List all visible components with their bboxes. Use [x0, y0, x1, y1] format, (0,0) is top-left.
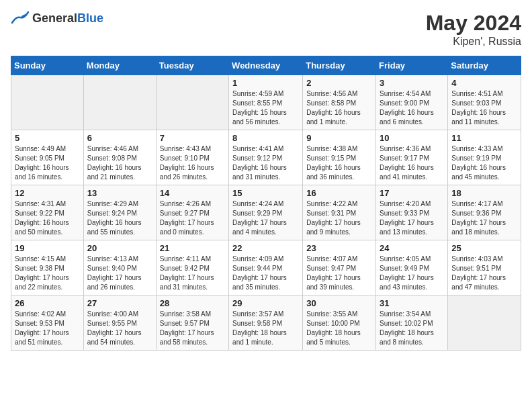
page-header: GeneralBlue May 2024 Kipen', Russia — [11, 11, 521, 48]
day-number: 29 — [232, 298, 299, 308]
calendar-cell: 24Sunrise: 4:05 AM Sunset: 9:49 PM Dayli… — [376, 240, 448, 295]
week-row-5: 26Sunrise: 4:02 AM Sunset: 9:53 PM Dayli… — [11, 295, 521, 351]
day-info: Sunrise: 4:46 AM Sunset: 9:08 PM Dayligh… — [87, 144, 152, 182]
day-info: Sunrise: 4:17 AM Sunset: 9:36 PM Dayligh… — [451, 199, 517, 237]
day-number: 2 — [306, 78, 372, 88]
day-info: Sunrise: 4:00 AM Sunset: 9:55 PM Dayligh… — [87, 310, 152, 347]
day-number: 26 — [15, 298, 80, 308]
logo-general: General — [32, 11, 77, 25]
day-number: 28 — [160, 298, 225, 308]
day-number: 27 — [87, 298, 152, 308]
logo-icon — [11, 11, 30, 26]
calendar-cell: 12Sunrise: 4:31 AM Sunset: 9:22 PM Dayli… — [11, 185, 84, 240]
day-number: 31 — [380, 298, 444, 308]
day-info: Sunrise: 4:29 AM Sunset: 9:24 PM Dayligh… — [87, 199, 152, 237]
day-number: 4 — [451, 78, 517, 88]
logo: GeneralBlue — [11, 11, 103, 26]
header-friday: Friday — [376, 56, 448, 75]
calendar-cell: 1Sunrise: 4:59 AM Sunset: 8:55 PM Daylig… — [229, 75, 303, 130]
day-info: Sunrise: 4:05 AM Sunset: 9:49 PM Dayligh… — [380, 255, 444, 292]
day-number: 24 — [380, 243, 444, 253]
calendar-cell: 22Sunrise: 4:09 AM Sunset: 9:44 PM Dayli… — [229, 240, 303, 295]
day-number: 11 — [451, 133, 517, 143]
calendar-cell: 18Sunrise: 4:17 AM Sunset: 9:36 PM Dayli… — [448, 185, 521, 240]
day-number: 23 — [306, 243, 372, 253]
header-monday: Monday — [83, 56, 156, 75]
day-info: Sunrise: 3:57 AM Sunset: 9:58 PM Dayligh… — [232, 310, 299, 347]
day-number: 10 — [380, 133, 444, 143]
calendar-cell: 19Sunrise: 4:15 AM Sunset: 9:38 PM Dayli… — [11, 240, 84, 295]
day-info: Sunrise: 4:54 AM Sunset: 9:00 PM Dayligh… — [380, 89, 444, 127]
day-number: 16 — [306, 188, 372, 198]
calendar-cell: 27Sunrise: 4:00 AM Sunset: 9:55 PM Dayli… — [83, 295, 156, 351]
day-number: 5 — [15, 133, 80, 143]
day-number: 18 — [451, 188, 517, 198]
calendar-cell — [83, 75, 156, 130]
day-number: 9 — [306, 133, 372, 143]
day-number: 3 — [380, 78, 444, 88]
day-number: 25 — [451, 243, 517, 253]
calendar-cell: 26Sunrise: 4:02 AM Sunset: 9:53 PM Dayli… — [11, 295, 84, 351]
calendar-cell: 30Sunrise: 3:55 AM Sunset: 10:00 PM Dayl… — [303, 295, 376, 351]
day-info: Sunrise: 4:36 AM Sunset: 9:17 PM Dayligh… — [380, 144, 444, 182]
day-info: Sunrise: 4:59 AM Sunset: 8:55 PM Dayligh… — [232, 89, 299, 127]
calendar-cell: 7Sunrise: 4:43 AM Sunset: 9:10 PM Daylig… — [156, 130, 228, 185]
calendar-header-row: Sunday Monday Tuesday Wednesday Thursday… — [11, 56, 521, 75]
calendar-cell: 23Sunrise: 4:07 AM Sunset: 9:47 PM Dayli… — [303, 240, 376, 295]
day-info: Sunrise: 4:20 AM Sunset: 9:33 PM Dayligh… — [380, 199, 444, 237]
day-info: Sunrise: 4:38 AM Sunset: 9:15 PM Dayligh… — [306, 144, 372, 182]
day-info: Sunrise: 4:51 AM Sunset: 9:03 PM Dayligh… — [451, 89, 517, 127]
header-sunday: Sunday — [11, 56, 84, 75]
location-title: Kipen', Russia — [426, 36, 521, 48]
week-row-1: 1Sunrise: 4:59 AM Sunset: 8:55 PM Daylig… — [11, 75, 521, 130]
day-info: Sunrise: 4:26 AM Sunset: 9:27 PM Dayligh… — [160, 199, 225, 237]
day-info: Sunrise: 4:41 AM Sunset: 9:12 PM Dayligh… — [232, 144, 299, 182]
calendar-cell: 8Sunrise: 4:41 AM Sunset: 9:12 PM Daylig… — [229, 130, 303, 185]
calendar-cell: 21Sunrise: 4:11 AM Sunset: 9:42 PM Dayli… — [156, 240, 228, 295]
day-number: 17 — [380, 188, 444, 198]
header-saturday: Saturday — [448, 56, 521, 75]
day-number: 8 — [232, 133, 299, 143]
day-info: Sunrise: 4:31 AM Sunset: 9:22 PM Dayligh… — [15, 199, 80, 237]
header-wednesday: Wednesday — [229, 56, 303, 75]
calendar-cell: 31Sunrise: 3:54 AM Sunset: 10:02 PM Dayl… — [376, 295, 448, 351]
calendar-cell: 14Sunrise: 4:26 AM Sunset: 9:27 PM Dayli… — [156, 185, 228, 240]
day-info: Sunrise: 4:24 AM Sunset: 9:29 PM Dayligh… — [232, 199, 299, 237]
calendar-cell: 11Sunrise: 4:33 AM Sunset: 9:19 PM Dayli… — [448, 130, 521, 185]
day-info: Sunrise: 4:11 AM Sunset: 9:42 PM Dayligh… — [160, 255, 225, 292]
day-info: Sunrise: 4:15 AM Sunset: 9:38 PM Dayligh… — [15, 255, 80, 292]
calendar-cell: 6Sunrise: 4:46 AM Sunset: 9:08 PM Daylig… — [83, 130, 156, 185]
day-number: 7 — [160, 133, 225, 143]
header-tuesday: Tuesday — [156, 56, 228, 75]
day-number: 19 — [15, 243, 80, 253]
day-number: 20 — [87, 243, 152, 253]
day-info: Sunrise: 4:33 AM Sunset: 9:19 PM Dayligh… — [451, 144, 517, 182]
header-thursday: Thursday — [303, 56, 376, 75]
day-number: 13 — [87, 188, 152, 198]
day-info: Sunrise: 3:55 AM Sunset: 10:00 PM Daylig… — [306, 310, 372, 347]
day-number: 15 — [232, 188, 299, 198]
calendar-cell: 10Sunrise: 4:36 AM Sunset: 9:17 PM Dayli… — [376, 130, 448, 185]
day-number: 22 — [232, 243, 299, 253]
month-year-title: May 2024 — [426, 11, 521, 36]
day-info: Sunrise: 4:43 AM Sunset: 9:10 PM Dayligh… — [160, 144, 225, 182]
calendar-cell: 20Sunrise: 4:13 AM Sunset: 9:40 PM Dayli… — [83, 240, 156, 295]
calendar-cell: 4Sunrise: 4:51 AM Sunset: 9:03 PM Daylig… — [448, 75, 521, 130]
day-number: 14 — [160, 188, 225, 198]
day-info: Sunrise: 3:54 AM Sunset: 10:02 PM Daylig… — [380, 310, 444, 347]
week-row-3: 12Sunrise: 4:31 AM Sunset: 9:22 PM Dayli… — [11, 185, 521, 240]
calendar-cell — [448, 295, 521, 351]
day-number: 21 — [160, 243, 225, 253]
calendar-cell: 9Sunrise: 4:38 AM Sunset: 9:15 PM Daylig… — [303, 130, 376, 185]
day-info: Sunrise: 4:13 AM Sunset: 9:40 PM Dayligh… — [87, 255, 152, 292]
calendar-cell: 15Sunrise: 4:24 AM Sunset: 9:29 PM Dayli… — [229, 185, 303, 240]
title-block: May 2024 Kipen', Russia — [426, 11, 521, 48]
day-info: Sunrise: 4:02 AM Sunset: 9:53 PM Dayligh… — [15, 310, 80, 347]
day-info: Sunrise: 4:22 AM Sunset: 9:31 PM Dayligh… — [306, 199, 372, 237]
day-info: Sunrise: 4:56 AM Sunset: 8:58 PM Dayligh… — [306, 89, 372, 127]
day-info: Sunrise: 4:09 AM Sunset: 9:44 PM Dayligh… — [232, 255, 299, 292]
day-info: Sunrise: 3:58 AM Sunset: 9:57 PM Dayligh… — [160, 310, 225, 347]
day-info: Sunrise: 4:49 AM Sunset: 9:05 PM Dayligh… — [15, 144, 80, 182]
day-number: 30 — [306, 298, 372, 308]
logo-blue: Blue — [77, 11, 103, 25]
